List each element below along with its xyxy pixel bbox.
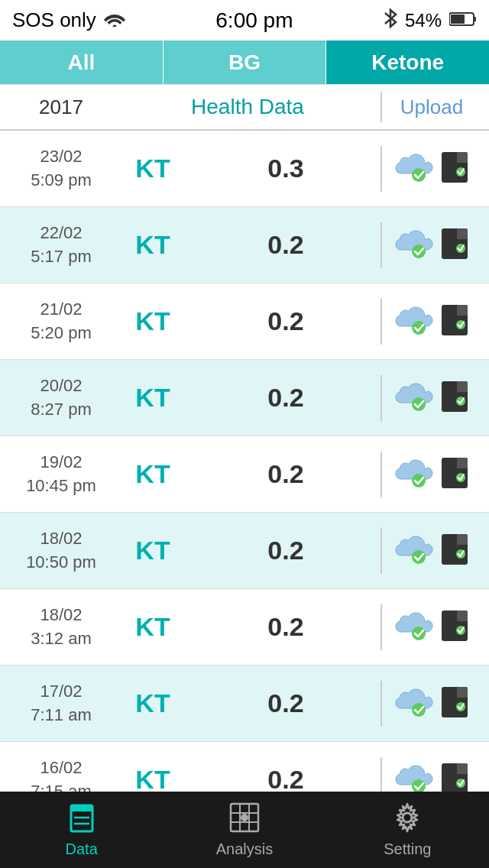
health-data-label: Health Data (115, 95, 381, 119)
svg-point-32 (412, 703, 426, 717)
cell-value: 0.3 (191, 154, 381, 183)
svg-rect-38 (457, 763, 468, 774)
cell-date: 23/02 5:09 pm (8, 145, 115, 193)
svg-rect-22 (457, 458, 468, 468)
doc-add-icon[interactable] (440, 380, 469, 416)
cloud-upload-icon[interactable] (394, 381, 434, 415)
cloud-upload-icon[interactable] (394, 534, 434, 568)
cell-actions (382, 380, 481, 416)
cell-date: 18/02 10:50 pm (8, 527, 115, 575)
nav-setting[interactable]: Setting (326, 802, 489, 858)
cell-value: 0.2 (191, 306, 381, 336)
svg-rect-18 (457, 381, 468, 392)
battery-icon (449, 10, 477, 31)
tab-bg[interactable]: BG (164, 40, 327, 84)
cell-date: 22/02 5:17 pm (8, 222, 115, 269)
cell-actions (382, 456, 481, 493)
cell-date: 21/02 5:20 pm (8, 298, 115, 345)
doc-add-icon[interactable] (440, 456, 469, 493)
table-row: 20/02 8:27 pm KT 0.2 (0, 360, 489, 436)
cell-value: 0.2 (191, 383, 381, 413)
bluetooth-icon (384, 8, 397, 33)
svg-point-12 (412, 321, 426, 335)
tab-all[interactable]: All (0, 40, 164, 84)
cell-date: 20/02 8:27 pm (8, 374, 115, 422)
cloud-upload-icon[interactable] (394, 458, 434, 491)
data-rows: 23/02 5:09 pm KT 0.3 22/02 5:17 pm (0, 131, 489, 818)
svg-rect-41 (71, 805, 92, 811)
table-row: 23/02 5:09 pm KT 0.3 (0, 131, 489, 207)
svg-rect-3 (451, 15, 465, 24)
svg-rect-14 (457, 305, 468, 316)
upload-label: Upload (382, 96, 481, 119)
table-header: 2017 Health Data Upload (0, 85, 489, 131)
tab-ketone[interactable]: Ketone (326, 40, 489, 84)
cell-actions (382, 685, 481, 722)
cell-value: 0.2 (191, 459, 381, 489)
cloud-upload-icon[interactable] (394, 687, 434, 721)
cell-type: KT (115, 459, 191, 489)
cell-actions (382, 533, 481, 569)
cloud-upload-icon[interactable] (394, 611, 434, 644)
cell-value: 0.2 (191, 765, 381, 795)
cell-type: KT (115, 536, 191, 565)
analysis-icon (229, 802, 260, 836)
svg-point-8 (412, 245, 426, 258)
cell-value: 0.2 (191, 688, 381, 718)
svg-rect-34 (457, 687, 468, 698)
cell-type: KT (115, 154, 191, 183)
svg-point-24 (412, 550, 426, 564)
doc-add-icon[interactable] (440, 685, 469, 722)
table-row: 19/02 10:45 pm KT 0.2 (0, 436, 489, 513)
cell-value: 0.2 (191, 536, 381, 565)
svg-rect-30 (457, 611, 468, 621)
cell-type: KT (115, 688, 191, 718)
nav-data[interactable]: Data (0, 802, 163, 858)
doc-add-icon[interactable] (440, 533, 469, 569)
cell-type: KT (115, 306, 191, 336)
svg-point-50 (403, 813, 412, 822)
nav-analysis[interactable]: Analysis (163, 802, 325, 858)
svg-rect-26 (457, 534, 468, 545)
cell-value: 0.2 (191, 230, 381, 260)
table-row: 21/02 5:20 pm KT 0.2 (0, 283, 489, 360)
doc-add-icon[interactable] (440, 609, 469, 646)
cell-type: KT (115, 230, 191, 260)
sos-label: SOS only (12, 8, 96, 32)
doc-add-icon[interactable] (440, 303, 469, 340)
table-row: 18/02 10:50 pm KT 0.2 (0, 513, 489, 589)
cell-actions (382, 227, 481, 264)
time-display: 6:00 pm (215, 8, 293, 33)
nav-analysis-label: Analysis (216, 840, 273, 858)
table-row: 22/02 5:17 pm KT 0.2 (0, 207, 489, 283)
tab-bar: All BG Ketone (0, 40, 489, 85)
doc-add-icon[interactable] (440, 227, 469, 264)
svg-rect-10 (457, 228, 468, 239)
nav-data-label: Data (66, 840, 98, 858)
cell-actions (382, 151, 481, 187)
cell-type: KT (115, 383, 191, 413)
svg-point-28 (412, 627, 426, 640)
cloud-upload-icon[interactable] (394, 152, 434, 186)
table-row: 18/02 3:12 am KT 0.2 (0, 589, 489, 666)
cell-actions (382, 609, 481, 646)
svg-point-16 (412, 397, 426, 411)
cloud-upload-icon[interactable] (394, 305, 434, 338)
table-row: 17/02 7:11 am KT 0.2 (0, 666, 489, 742)
cell-date: 18/02 3:12 am (8, 604, 115, 651)
cell-type: KT (115, 612, 191, 642)
year-label: 2017 (8, 96, 115, 119)
status-right: 54% (384, 8, 477, 33)
svg-rect-2 (474, 17, 476, 21)
svg-point-49 (241, 814, 248, 821)
status-left: SOS only (12, 8, 125, 32)
bottom-nav: Data Analysis Setting (0, 792, 489, 868)
cell-type: KT (115, 765, 191, 795)
doc-add-icon[interactable] (440, 151, 469, 187)
svg-point-0 (112, 25, 116, 28)
cloud-upload-icon[interactable] (394, 228, 434, 262)
wifi-icon (104, 8, 125, 32)
svg-point-20 (412, 474, 426, 487)
nav-setting-label: Setting (384, 840, 431, 858)
svg-point-4 (412, 168, 426, 182)
